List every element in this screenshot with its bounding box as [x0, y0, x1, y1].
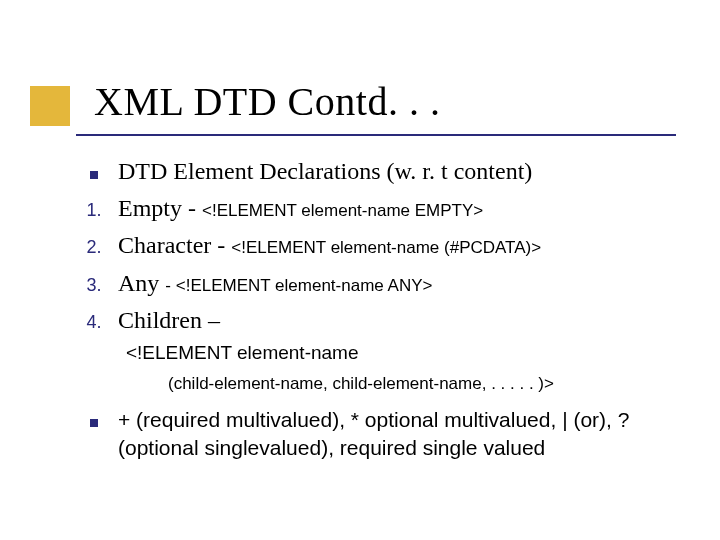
children-line2: (child-element-name, child-element-name,… [168, 374, 670, 394]
square-bullet-icon [90, 171, 98, 179]
intro-text: DTD Element Declarations (w. r. t conten… [118, 156, 670, 187]
list-item: DTD Element Declarations (w. r. t conten… [70, 156, 670, 187]
list-item: 3. Any - <!ELEMENT element-name ANY> [70, 268, 670, 299]
item-code: <!ELEMENT element-name EMPTY> [202, 201, 483, 220]
item-lead: Any [118, 270, 165, 296]
list-number: 3. [86, 275, 101, 296]
slide: XML DTD Contd. . . DTD Element Declarati… [0, 0, 720, 540]
list-item: 2. Character - <!ELEMENT element-name (#… [70, 230, 670, 261]
slide-title: XML DTD Contd. . . [94, 78, 440, 125]
item-dash: - [165, 276, 175, 295]
item-code: <!ELEMENT element-name (#PCDATA)> [231, 238, 541, 257]
list-number: 1. [86, 200, 101, 221]
operators-text: + (required multivalued), * optional mul… [118, 406, 670, 463]
title-underline [76, 134, 676, 136]
list-number: 2. [86, 237, 101, 258]
list-number: 4. [86, 312, 101, 333]
children-line1: <!ELEMENT element-name [126, 342, 670, 364]
list-item: 4. Children – [70, 305, 670, 336]
slide-body: DTD Element Declarations (w. r. t conten… [70, 156, 670, 469]
list-item: 1. Empty - <!ELEMENT element-name EMPTY> [70, 193, 670, 224]
accent-box [30, 86, 70, 126]
list-item: + (required multivalued), * optional mul… [70, 406, 670, 463]
item-code: <!ELEMENT element-name ANY> [176, 276, 433, 295]
square-bullet-icon [90, 419, 98, 427]
item-lead: Character - [118, 232, 231, 258]
item-lead: Children – [118, 307, 220, 333]
item-lead: Empty - [118, 195, 202, 221]
